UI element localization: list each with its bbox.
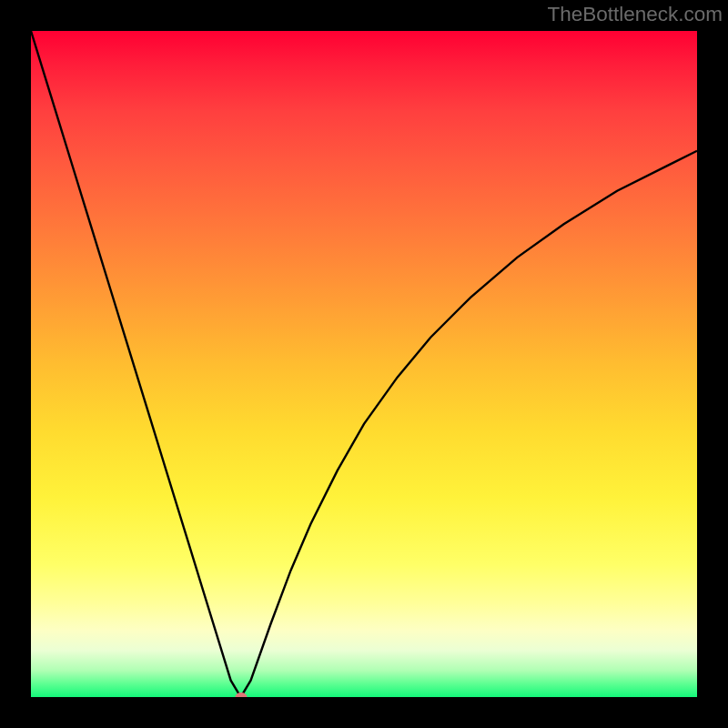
chart-container: TheBottleneck.com [0,0,728,728]
plot-area [31,31,697,697]
bottleneck-curve [31,31,697,697]
watermark-label: TheBottleneck.com [547,3,723,26]
optimal-point-marker [235,693,247,697]
